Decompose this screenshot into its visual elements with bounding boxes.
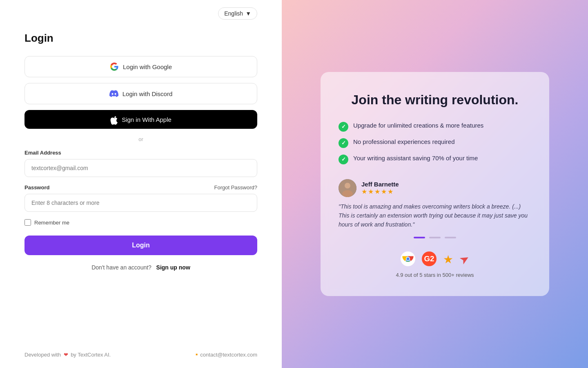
feature-text-1: Upgrade for unlimited creations & more f… (353, 122, 483, 129)
contact-text: contact@textcortex.com (200, 352, 257, 358)
language-selector[interactable]: English ▼ (218, 7, 257, 20)
chrome-icon (401, 251, 415, 268)
feature-item-2: ✓ No professional experiences required (339, 138, 531, 148)
promo-card: Join the writing revolution. ✓ Upgrade f… (321, 72, 549, 296)
email-label: Email Address (24, 150, 257, 156)
or-divider: or (24, 136, 257, 142)
page-title: Login (24, 32, 257, 45)
svg-text:G2: G2 (424, 254, 434, 263)
discord-login-button[interactable]: Login with Discord (24, 83, 257, 104)
svg-point-1 (345, 183, 350, 188)
arrow-icon: ➤ (457, 251, 472, 268)
author-info: Jeff Barnette ★★★★★ (361, 181, 399, 195)
testimonial-text: "This tool is amazing and makes overcomi… (339, 202, 531, 229)
feature-item-1: ✓ Upgrade for unlimited creations & more… (339, 122, 531, 132)
footer-bar: Developed with ❤ by TextCortex AI. ▪ con… (24, 351, 257, 358)
password-row: Password Forgot Password? (24, 184, 257, 191)
feature-text-3: Your writing assistant saving 70% of you… (353, 155, 478, 162)
developed-text: Developed with (24, 352, 61, 358)
remember-me-label: Remember me (34, 220, 69, 226)
dot-3[interactable] (445, 237, 456, 238)
carousel-dots (339, 237, 531, 238)
remember-me-checkbox[interactable] (24, 219, 31, 226)
forgot-password-link[interactable]: Forgot Password? (214, 184, 258, 191)
brand-text: by TextCortex AI. (71, 352, 111, 358)
testimonial-section: Jeff Barnette ★★★★★ "This tool is amazin… (339, 179, 531, 238)
star-rating: ★★★★★ (361, 188, 399, 195)
remember-me-row: Remember me (24, 219, 257, 226)
g2-icon: G2 (422, 251, 437, 268)
language-label: English (224, 10, 243, 17)
apple-icon (110, 116, 118, 123)
big-star-icon: ★ (443, 253, 453, 266)
svg-point-6 (406, 257, 409, 260)
signup-row: Don't have an account? Sign up now (24, 264, 257, 271)
no-account-text: Don't have an account? (91, 264, 151, 271)
check-icon-1: ✓ (339, 122, 348, 132)
apple-login-button[interactable]: Sign in With Apple (24, 110, 257, 129)
feature-text-2: No professional experiences required (353, 138, 454, 145)
feature-list: ✓ Upgrade for unlimited creations & more… (339, 122, 531, 164)
google-login-button[interactable]: Login with Google (24, 56, 257, 77)
email-input[interactable] (24, 159, 257, 177)
envelope-icon: ▪ (196, 351, 198, 358)
testimonial-author: Jeff Barnette ★★★★★ (339, 179, 531, 197)
footer-contact: ▪ contact@textcortex.com (196, 351, 257, 358)
card-title: Join the writing revolution. (339, 92, 531, 109)
rating-text: 4.9 out of 5 stars in 500+ reviews (396, 272, 474, 278)
author-avatar (339, 179, 356, 197)
password-label: Password (24, 184, 49, 191)
apple-btn-label: Sign in With Apple (122, 116, 172, 123)
author-name: Jeff Barnette (361, 181, 399, 188)
discord-btn-label: Login with Discord (122, 90, 173, 97)
dot-2[interactable] (429, 237, 441, 238)
password-input[interactable] (24, 194, 257, 212)
rating-section: G2 ★ ➤ 4.9 out of 5 stars in 500+ review… (339, 251, 531, 278)
check-icon-3: ✓ (339, 155, 348, 164)
dot-1[interactable] (414, 237, 425, 238)
discord-icon (109, 89, 118, 98)
left-panel: English ▼ Login Login with Google Login … (0, 0, 282, 368)
google-btn-label: Login with Google (123, 63, 172, 70)
language-bar: English ▼ (24, 0, 257, 20)
heart-icon: ❤ (64, 352, 68, 358)
google-icon (110, 62, 119, 71)
feature-item-3: ✓ Your writing assistant saving 70% of y… (339, 155, 531, 164)
login-button[interactable]: Login (24, 236, 257, 255)
check-icon-2: ✓ (339, 138, 348, 148)
signup-link[interactable]: Sign up now (156, 264, 190, 271)
rating-icons: G2 ★ ➤ (401, 251, 469, 268)
footer-left: Developed with ❤ by TextCortex AI. (24, 352, 111, 358)
right-panel: Join the writing revolution. ✓ Upgrade f… (282, 0, 588, 368)
chevron-down-icon: ▼ (245, 10, 251, 17)
